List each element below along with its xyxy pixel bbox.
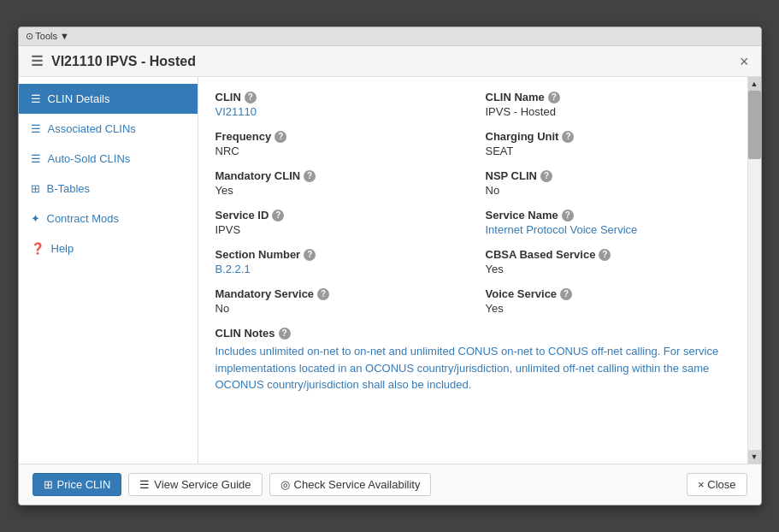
frequency-label: Frequency ? <box>215 130 460 143</box>
field-clin-name: CLIN Name ? IPVS - Hosted <box>486 91 730 118</box>
voice-service-help-icon[interactable]: ? <box>560 288 572 300</box>
modal-title: ☰ VI21110 IPVS - Hosted <box>31 53 196 69</box>
close-button[interactable]: × Close <box>687 473 747 496</box>
charging-unit-help-icon[interactable]: ? <box>562 131 574 143</box>
charging-unit-label: Charging Unit ? <box>486 130 730 143</box>
field-mandatory-service: Mandatory Service ? No <box>215 287 460 315</box>
service-name-value: Internet Protocol Voice Service <box>486 223 730 236</box>
sidebar-item-auto-sold-clins[interactable]: ☰ Auto-Sold CLINs <box>19 144 198 174</box>
sidebar-item-associated-clins[interactable]: ☰ Associated CLINs <box>19 114 198 144</box>
clin-details-icon: ☰ <box>31 92 41 105</box>
field-cbsa-based: CBSA Based Service ? Yes <box>486 248 730 275</box>
service-name-label: Service Name ? <box>486 209 730 222</box>
mandatory-clin-help-icon[interactable]: ? <box>304 170 316 182</box>
content-area: CLIN ? VI21110 CLIN Name ? IPVS - Hosted <box>198 77 747 464</box>
modal-body: ☰ CLIN Details ☰ Associated CLINs ☰ Auto… <box>19 77 761 464</box>
sidebar: ☰ CLIN Details ☰ Associated CLINs ☰ Auto… <box>19 77 198 464</box>
mandatory-service-value: No <box>215 302 460 315</box>
b-tables-icon: ⊞ <box>31 182 40 195</box>
modal-footer: ⊞ Price CLIN ☰ View Service Guide ◎ Chec… <box>19 464 761 505</box>
mandatory-clin-label: Mandatory CLIN ? <box>215 169 460 182</box>
field-service-id: Service ID ? IPVS <box>215 209 460 236</box>
check-availability-icon: ◎ <box>280 478 290 491</box>
service-id-label: Service ID ? <box>215 209 460 222</box>
clin-notes-help-icon[interactable]: ? <box>279 328 291 340</box>
field-voice-service: Voice Service ? Yes <box>486 287 730 315</box>
scroll-track <box>748 91 761 450</box>
service-name-help-icon[interactable]: ? <box>562 210 574 222</box>
frequency-value: NRC <box>215 145 460 157</box>
field-frequency: Frequency ? NRC <box>215 130 460 157</box>
contract-mods-icon: ✦ <box>31 212 40 225</box>
mandatory-clin-value: Yes <box>215 184 460 197</box>
modal-header: ☰ VI21110 IPVS - Hosted × <box>19 46 761 77</box>
voice-service-label: Voice Service ? <box>486 287 730 300</box>
help-icon: ❓ <box>31 242 44 255</box>
clin-notes-section: CLIN Notes ? Includes unlimited on-net t… <box>215 327 730 393</box>
field-clin: CLIN ? VI21110 <box>215 91 460 118</box>
view-service-guide-button[interactable]: ☰ View Service Guide <box>128 473 262 496</box>
modal-title-icon: ☰ <box>31 54 43 68</box>
cbsa-based-help-icon[interactable]: ? <box>599 249 611 261</box>
footer-buttons-left: ⊞ Price CLIN ☰ View Service Guide ◎ Chec… <box>32 473 432 496</box>
associated-clins-icon: ☰ <box>31 122 41 135</box>
sidebar-item-help[interactable]: ❓ Help <box>19 233 198 263</box>
auto-sold-clins-icon: ☰ <box>31 152 41 165</box>
field-section-number: Section Number ? B.2.2.1 <box>215 248 460 275</box>
mandatory-service-help-icon[interactable]: ? <box>317 288 329 300</box>
nsp-clin-help-icon[interactable]: ? <box>540 170 552 182</box>
modal-dialog: ⊙ Tools ▼ ☰ VI21110 IPVS - Hosted × ☰ CL… <box>18 27 762 505</box>
fields-grid: CLIN ? VI21110 CLIN Name ? IPVS - Hosted <box>215 91 730 315</box>
field-mandatory-clin: Mandatory CLIN ? Yes <box>215 169 460 197</box>
field-charging-unit: Charging Unit ? SEAT <box>486 130 730 157</box>
scroll-thumb[interactable] <box>748 91 761 159</box>
clin-notes-label: CLIN Notes ? <box>215 327 730 340</box>
clin-help-icon[interactable]: ? <box>245 92 257 103</box>
section-number-help-icon[interactable]: ? <box>304 249 316 261</box>
price-clin-icon: ⊞ <box>44 478 53 491</box>
sidebar-item-contract-mods[interactable]: ✦ Contract Mods <box>19 204 198 233</box>
clin-name-help-icon[interactable]: ? <box>548 92 560 103</box>
clin-notes-text: Includes unlimited on-net to on-net and … <box>215 343 730 393</box>
clin-name-label: CLIN Name ? <box>486 91 730 103</box>
check-availability-button[interactable]: ◎ Check Service Availability <box>269 473 432 496</box>
charging-unit-value: SEAT <box>486 145 730 157</box>
mandatory-service-label: Mandatory Service ? <box>215 287 460 300</box>
sidebar-item-clin-details[interactable]: ☰ CLIN Details <box>19 84 198 114</box>
service-guide-icon: ☰ <box>139 478 150 491</box>
section-number-value: B.2.2.1 <box>215 263 460 275</box>
service-id-value: IPVS <box>215 223 460 236</box>
nsp-clin-value: No <box>486 184 730 197</box>
voice-service-value: Yes <box>486 302 730 315</box>
cbsa-based-value: Yes <box>486 263 730 275</box>
clin-label: CLIN ? <box>215 91 460 103</box>
clin-value: VI21110 <box>215 105 460 118</box>
price-clin-button[interactable]: ⊞ Price CLIN <box>32 473 122 496</box>
field-nsp-clin: NSP CLIN ? No <box>486 169 730 197</box>
modal-close-button[interactable]: × <box>740 54 749 69</box>
clin-name-value: IPVS - Hosted <box>486 105 730 118</box>
scrollbar[interactable]: ▲ ▼ <box>747 77 761 464</box>
scroll-up-button[interactable]: ▲ <box>748 77 761 91</box>
service-id-help-icon[interactable]: ? <box>272 210 284 222</box>
frequency-help-icon[interactable]: ? <box>274 131 286 143</box>
topbar-label: ⊙ Tools ▼ <box>26 31 69 42</box>
field-service-name: Service Name ? Internet Protocol Voice S… <box>486 209 730 236</box>
section-number-label: Section Number ? <box>215 248 460 261</box>
cbsa-based-label: CBSA Based Service ? <box>486 248 730 261</box>
nsp-clin-label: NSP CLIN ? <box>486 169 730 182</box>
browser-chrome: ⊙ Tools ▼ <box>19 27 761 46</box>
scroll-down-button[interactable]: ▼ <box>748 450 761 464</box>
sidebar-item-b-tables[interactable]: ⊞ B-Tables <box>19 174 198 204</box>
